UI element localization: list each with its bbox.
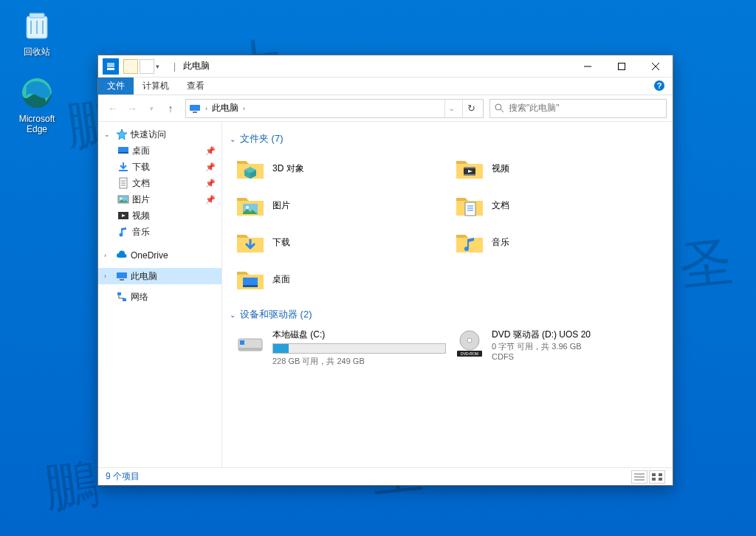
svg-rect-1 [30, 13, 44, 18]
nav-quick-access[interactable]: ⌄ 快速访问 [98, 126, 221, 142]
svg-rect-38 [464, 174, 475, 176]
chevron-right-icon[interactable]: › [243, 105, 245, 112]
picture-icon [117, 193, 129, 205]
tab-computer[interactable]: 计算机 [134, 78, 178, 95]
breadcrumb[interactable]: 此电脑 [212, 102, 238, 114]
nav-pictures[interactable]: 图片 📌 [98, 191, 221, 207]
desktop-icon [117, 145, 129, 157]
svg-rect-13 [193, 111, 197, 113]
document-icon [117, 177, 129, 189]
recent-dropdown-icon[interactable]: ▾ [142, 100, 160, 117]
chevron-down-icon[interactable]: ⌄ [104, 131, 113, 138]
window-title: 此电脑 [177, 60, 210, 72]
this-pc-icon [116, 270, 128, 282]
drive-d[interactable]: DVD-ROM DVD 驱动器 (D:) UOS 20 0 字节 可用，共 3.… [455, 329, 665, 367]
watermark: 圣 [676, 226, 736, 302]
folder-videos[interactable]: 视频 [455, 153, 665, 184]
svg-text:DVD-ROM: DVD-ROM [461, 351, 478, 356]
refresh-button[interactable]: ↻ [462, 100, 480, 117]
network-icon [116, 291, 128, 303]
drive-sub: 228 GB 可用，共 249 GB [272, 356, 446, 367]
folder-icon [236, 154, 265, 183]
tab-view[interactable]: 查看 [178, 78, 213, 95]
folder-pictures[interactable]: 图片 [236, 190, 446, 221]
nav-videos[interactable]: 视频 [98, 207, 221, 224]
folder-icon [455, 190, 484, 220]
svg-rect-59 [652, 473, 656, 476]
svg-rect-5 [107, 63, 114, 67]
qat-dropdown-icon[interactable]: ▾ [156, 63, 163, 70]
folder-3d-objects[interactable]: 3D 对象 [236, 153, 446, 184]
nav-downloads[interactable]: 下载 📌 [98, 159, 221, 175]
svg-rect-50 [240, 340, 244, 345]
back-button[interactable]: ← [104, 100, 122, 117]
svg-rect-12 [190, 105, 200, 111]
folder-icon [236, 190, 265, 220]
chevron-right-icon[interactable]: › [104, 272, 113, 280]
drive-fs: CDFS [492, 352, 665, 361]
music-icon [117, 226, 129, 238]
storage-bar [272, 343, 446, 354]
cloud-icon [116, 250, 128, 261]
hdd-icon [236, 329, 265, 358]
desktop-edge[interactable]: Microsoft Edge [9, 75, 65, 134]
svg-rect-51 [238, 348, 262, 351]
nav-onedrive[interactable]: › OneDrive [98, 247, 221, 264]
svg-point-53 [467, 338, 472, 343]
maximize-button[interactable] [605, 55, 639, 78]
titlebar[interactable]: ▾ | 此电脑 [98, 55, 673, 78]
nav-desktop[interactable]: 桌面 📌 [98, 142, 221, 159]
svg-rect-4 [107, 68, 114, 70]
address-row: ← → ▾ ↑ › 此电脑 › ⌵ ↻ 搜索"此电脑" [98, 95, 673, 122]
system-menu-icon[interactable] [103, 58, 119, 75]
navigation-pane: ⌄ 快速访问 桌面 📌 下载 📌 文档 📌 图片 [98, 122, 222, 467]
folder-desktop[interactable]: 桌面 [236, 264, 446, 295]
nav-this-pc[interactable]: › 此电脑 [98, 268, 221, 284]
this-pc-icon [189, 103, 201, 114]
drive-sub: 0 字节 可用，共 3.96 GB [492, 341, 665, 352]
edge-icon [19, 75, 55, 111]
view-large-icons-button[interactable] [649, 470, 665, 484]
folder-downloads[interactable]: 下载 [236, 227, 446, 258]
address-history-dropdown[interactable]: ⌵ [444, 100, 458, 117]
svg-point-46 [464, 247, 469, 251]
svg-rect-48 [243, 285, 258, 287]
svg-rect-37 [464, 167, 475, 168]
search-placeholder: 搜索"此电脑" [509, 102, 560, 114]
view-details-button[interactable] [631, 470, 647, 484]
desktop-recycle-bin[interactable]: 回收站 [9, 7, 65, 58]
up-button[interactable]: ↑ [162, 100, 179, 117]
drives-group-header[interactable]: ⌄ 设备和驱动器 (2) [230, 308, 665, 321]
forward-button[interactable]: → [123, 100, 141, 117]
svg-text:?: ? [657, 81, 662, 90]
drive-c[interactable]: 本地磁盘 (C:) 228 GB 可用，共 249 GB [236, 329, 446, 367]
search-input[interactable]: 搜索"此电脑" [489, 99, 667, 118]
nav-documents[interactable]: 文档 📌 [98, 175, 221, 191]
svg-rect-62 [659, 478, 662, 481]
folder-documents[interactable]: 文档 [455, 190, 665, 221]
chevron-down-icon: ⌄ [230, 311, 236, 319]
tab-file[interactable]: 文件 [98, 78, 134, 95]
qat-item[interactable] [140, 59, 154, 74]
close-button[interactable] [639, 55, 673, 78]
chevron-right-icon[interactable]: › [205, 105, 207, 112]
nav-network[interactable]: 网络 [98, 289, 221, 305]
content-area: ⌄ 文件夹 (7) 3D 对象 视频 图片 文档 [222, 122, 673, 467]
drive-name: DVD 驱动器 (D:) UOS 20 [492, 329, 665, 341]
minimize-button[interactable] [571, 55, 605, 78]
item-count: 9 个项目 [106, 470, 140, 483]
qat-item[interactable] [123, 59, 138, 74]
help-icon[interactable]: ? [653, 80, 667, 93]
recycle-bin-icon [19, 7, 55, 43]
folder-music[interactable]: 音乐 [455, 227, 665, 258]
svg-rect-30 [120, 279, 124, 281]
svg-line-15 [501, 109, 504, 112]
chevron-right-icon[interactable]: › [104, 252, 113, 259]
address-bar[interactable]: › 此电脑 › ⌵ ↻ [185, 99, 484, 118]
pin-icon: 📌 [205, 146, 221, 156]
nav-music[interactable]: 音乐 [98, 224, 221, 240]
svg-point-14 [495, 104, 501, 110]
dvd-icon: DVD-ROM [455, 329, 484, 358]
folders-group-header[interactable]: ⌄ 文件夹 (7) [230, 132, 665, 145]
svg-point-41 [246, 206, 249, 209]
